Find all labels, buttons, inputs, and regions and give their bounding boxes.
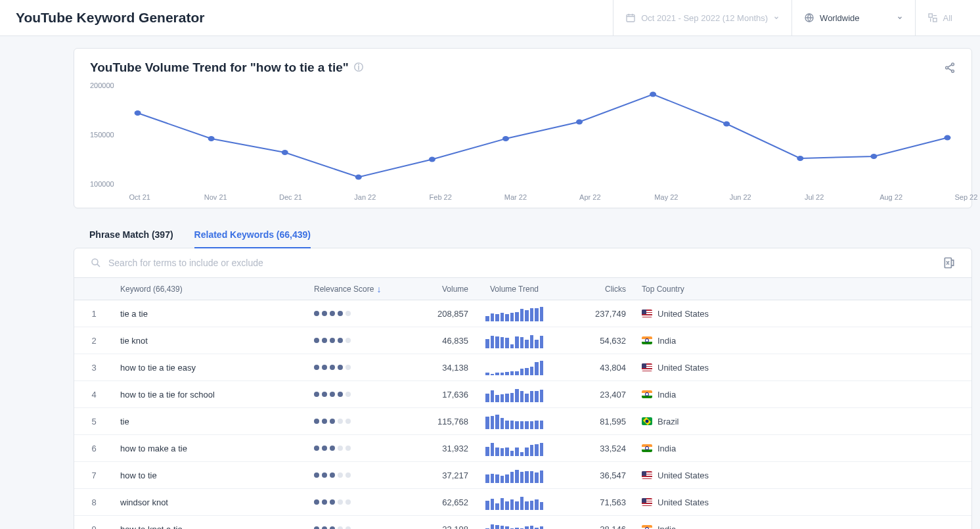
row-index: 9 [74,524,114,530]
table-row[interactable]: 5tie115,76881,595Brazil [74,408,971,435]
search-icon [90,257,102,269]
country-cell: India [633,390,971,400]
keyword-cell: tie [114,417,307,426]
clicks-cell: 36,547 [554,471,633,480]
chart-title: YouTube Volume Trend for "how to tie a t… [90,60,363,75]
tab-phrase-match[interactable]: Phrase Match (397) [89,220,173,248]
row-index: 7 [74,471,114,480]
relevance-cell [307,446,396,451]
trend-cell [475,386,554,402]
chart-x-axis: Oct 21Nov 21Dec 21Jan 22Feb 22Mar 22Apr … [90,193,956,201]
trend-cell [475,521,554,529]
table-row[interactable]: 8windsor knot62,65271,563United States [74,489,971,516]
row-index: 6 [74,444,114,453]
country-cell: India [633,524,971,530]
country-cell: India [633,444,971,453]
line-chart [129,79,956,191]
region-label: Worldwide [820,13,859,23]
svg-point-15 [723,122,730,127]
table-row[interactable]: 4how to tie a tie for school17,63623,407… [74,381,971,408]
country-name: United States [657,309,709,319]
clicks-cell: 71,563 [554,497,633,507]
country-name: United States [657,497,709,507]
chart-xlabel: May 22 [654,193,655,201]
tab-related-keywords[interactable]: Related Keywords (66,439) [194,220,311,248]
share-icon[interactable] [944,62,956,74]
th-country[interactable]: Top Country [633,285,971,294]
row-index: 1 [74,309,114,319]
table-row[interactable]: 2tie knot46,83554,632India [74,327,971,354]
table-row[interactable]: 7how to tie37,21736,547United States [74,462,971,489]
th-trend[interactable]: Volume Trend [475,285,554,294]
extra-selector[interactable]: All [915,0,964,36]
volume-cell: 46,835 [396,336,475,346]
country-name: Brazil [657,417,679,426]
chart-xlabel: Aug 22 [880,193,880,201]
th-clicks[interactable]: Clicks [554,285,633,294]
search-row [74,248,971,278]
page-title: YouTube Keyword Generator [16,10,613,26]
clicks-cell: 43,804 [554,363,633,373]
topbar: YouTube Keyword Generator Oct 2021 - Sep… [0,0,980,36]
chart-ytick: 150000 [90,131,114,139]
keyword-cell: windsor knot [114,497,307,507]
clicks-cell: 33,524 [554,444,633,453]
th-keyword[interactable]: Keyword (66,439) [114,285,307,294]
svg-rect-2 [929,14,932,17]
relevance-cell [307,419,396,424]
keyword-cell: how to tie a tie easy [114,363,307,373]
flag-icon [642,336,652,344]
region-selector[interactable]: Worldwide [791,0,914,36]
table-row[interactable]: 6how to make a tie31,93233,524India [74,435,971,462]
date-range-label: Oct 2021 - Sep 2022 (12 Months) [641,13,768,23]
volume-cell: 23,198 [396,524,475,530]
chart-xlabel: Jul 22 [805,193,805,201]
table-row[interactable]: 1tie a tie208,857237,749United States [74,300,971,327]
svg-point-17 [870,154,877,159]
flag-icon [642,471,652,479]
chart-xlabel: Nov 21 [204,193,205,201]
country-cell: United States [633,497,971,507]
relevance-cell [307,472,396,478]
table-row[interactable]: 3how to tie a tie easy34,13843,804United… [74,354,971,381]
table-panel: Keyword (66,439) Relevance Score ↓ Volum… [74,248,972,529]
volume-cell: 37,217 [396,471,475,480]
keyword-cell: how to make a tie [114,444,307,453]
flag-icon [642,525,652,529]
relevance-cell [307,365,396,370]
globe-icon [804,12,814,23]
chart-area: 100000150000200000 [90,79,956,191]
info-icon[interactable]: ⓘ [354,62,363,74]
chart-xlabel: Mar 22 [504,193,505,201]
relevance-cell [307,338,396,343]
country-cell: United States [633,309,971,319]
export-excel-icon[interactable] [943,256,956,269]
trend-cell [475,440,554,456]
flag-icon [642,390,652,398]
clicks-cell: 237,749 [554,309,633,319]
sort-desc-icon: ↓ [376,285,381,294]
table-body: 1tie a tie208,857237,749United States2ti… [74,300,971,529]
calendar-icon [625,12,636,23]
chart-xlabel: Feb 22 [430,193,430,201]
flag-icon [642,310,652,317]
country-name: India [657,390,676,400]
search-input[interactable] [108,258,936,268]
chart-ytick: 100000 [90,180,114,188]
svg-point-12 [502,136,509,141]
date-range-selector[interactable]: Oct 2021 - Sep 2022 (12 Months) [613,0,791,36]
volume-cell: 62,652 [396,497,475,507]
volume-cell: 31,932 [396,444,475,453]
flag-icon [642,363,652,371]
clicks-cell: 23,407 [554,390,633,400]
relevance-cell [307,499,396,505]
clicks-cell: 81,595 [554,417,633,426]
th-relevance[interactable]: Relevance Score ↓ [307,285,396,294]
table-row[interactable]: 9how to knot a tie23,19828,146India [74,516,971,529]
svg-point-11 [429,157,435,162]
volume-cell: 34,138 [396,363,475,373]
chevron-down-icon [897,14,903,21]
relevance-cell [307,526,396,529]
th-volume[interactable]: Volume [396,285,475,294]
keyword-cell: how to knot a tie [114,524,307,530]
